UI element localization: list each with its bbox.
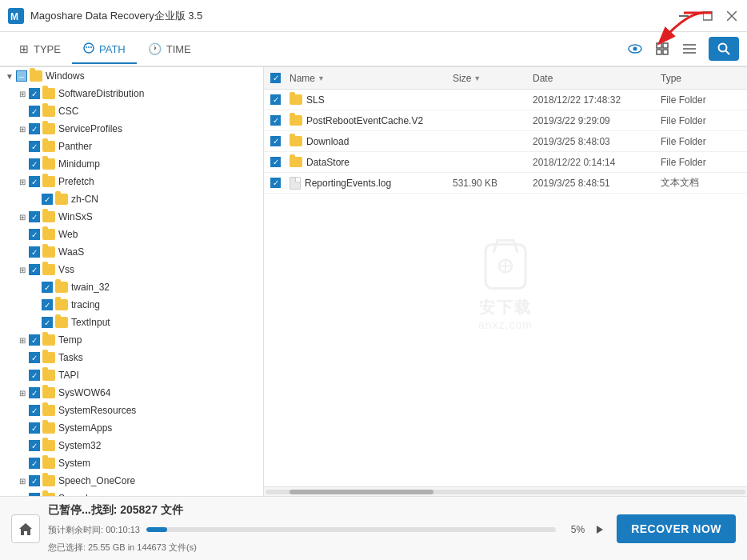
list-view-button[interactable] [678, 38, 701, 60]
tree-item-web[interactable]: ✓ Web [0, 226, 263, 243]
expand-icon[interactable]: ⊞ [16, 474, 29, 487]
tree-check[interactable]: ✓ [29, 246, 40, 258]
tree-item-waas[interactable]: ✓ WaaS [0, 243, 263, 261]
file-list-panel: ✓ Name ▼ Size ▼ Date Type ✓ [264, 67, 747, 496]
tree-check[interactable]: ✓ [42, 194, 53, 205]
tree-item-tasks[interactable]: ✓ Tasks [0, 349, 263, 366]
file-list-header: ✓ Name ▼ Size ▼ Date Type [264, 67, 747, 90]
expand-icon[interactable]: ⊞ [16, 122, 29, 135]
tree-item-systemresources[interactable]: ✓ SystemResources [0, 402, 263, 419]
expand-icon[interactable]: ⊞ [16, 87, 29, 100]
expand-icon[interactable]: ⊞ [16, 334, 29, 346]
maximize-button[interactable] [701, 9, 715, 23]
expand-icon[interactable]: ▼ [3, 70, 16, 82]
tree-check[interactable]: ✓ [42, 317, 53, 328]
horizontal-scrollbar[interactable] [264, 486, 747, 496]
tab-type[interactable]: ⊞ TYPE [8, 36, 72, 63]
file-row[interactable]: ✓ SLS 2018/12/22 17:48:32 File Folder [264, 90, 747, 110]
minimize-button[interactable] [677, 9, 691, 23]
tree-check[interactable]: ✓ [29, 458, 40, 469]
folder-icon [42, 176, 55, 187]
tree-check[interactable]: ✓ [29, 440, 40, 451]
eye-button[interactable] [624, 38, 646, 60]
tree-item-vss[interactable]: ⊞ ✓ Vss [0, 261, 263, 278]
tree-item-windows[interactable]: ▼ – Windows [0, 67, 263, 85]
tree-item-twain32[interactable]: ✓ twain_32 [0, 278, 263, 296]
tree-item-winsxs[interactable]: ⊞ ✓ WinSxS [0, 208, 263, 226]
tree-check[interactable]: ✓ [29, 229, 40, 240]
tree-check[interactable]: ✓ [42, 299, 53, 310]
expand-icon[interactable]: ⊞ [16, 263, 29, 276]
tree-item-systemapps[interactable]: ✓ SystemApps [0, 419, 263, 437]
tree-check[interactable]: ✓ [29, 264, 40, 275]
tree-check[interactable]: ✓ [42, 282, 53, 293]
tree-check[interactable]: ✓ [29, 211, 40, 222]
tree-check[interactable]: ✓ [29, 123, 40, 134]
expand-icon[interactable]: ⊞ [16, 386, 29, 399]
window-controls [677, 9, 739, 23]
scroll-thumb[interactable] [290, 490, 433, 494]
close-button[interactable] [725, 9, 739, 23]
header-check-box[interactable]: ✓ [270, 73, 281, 83]
header-type[interactable]: Type [661, 73, 741, 84]
search-button[interactable] [709, 37, 739, 61]
tree-check-windows[interactable]: – [16, 70, 27, 82]
tree-check[interactable]: ✓ [29, 422, 40, 434]
check-box[interactable]: ✓ [270, 157, 281, 167]
header-size[interactable]: Size ▼ [453, 73, 533, 84]
tree-item-panther[interactable]: ✓ Panther [0, 138, 263, 155]
row-check[interactable]: ✓ [270, 178, 290, 188]
tree-check[interactable]: ✓ [29, 475, 40, 486]
home-button[interactable] [11, 514, 40, 543]
file-row[interactable]: ✓ DataStore 2018/12/22 0:14:14 File Fold… [264, 152, 747, 173]
tree-item-syswow64[interactable]: ⊞ ✓ SysWOW64 [0, 384, 263, 402]
check-box[interactable]: ✓ [270, 178, 281, 188]
tab-time[interactable]: 🕐 TIME [137, 36, 202, 63]
tree-item-speech-onecore[interactable]: ⊞ ✓ Speech_OneCore [0, 472, 263, 490]
tab-path[interactable]: PATH [72, 36, 137, 64]
expand-icon[interactable]: ⊞ [16, 210, 29, 223]
check-box[interactable]: ✓ [270, 94, 281, 105]
tree-item-tapi[interactable]: ✓ TAPI [0, 366, 263, 384]
tree-check[interactable]: ✓ [29, 158, 40, 170]
tree-check[interactable]: ✓ [29, 370, 40, 381]
check-box[interactable]: ✓ [270, 136, 281, 146]
header-name[interactable]: Name ▼ [290, 73, 453, 84]
tree-check[interactable]: ✓ [29, 387, 40, 398]
header-check[interactable]: ✓ [270, 73, 290, 83]
expand-icon[interactable]: ⊞ [16, 175, 29, 188]
tree-item-temp[interactable]: ⊞ ✓ Temp [0, 331, 263, 349]
tree-item-softwaredist[interactable]: ⊞ ✓ SoftwareDistribution [0, 85, 263, 102]
recover-now-button[interactable]: RECOVER NOW [617, 514, 736, 543]
tree-item-system32[interactable]: ✓ System32 [0, 437, 263, 454]
tree-item-tracing[interactable]: ✓ tracing [0, 296, 263, 314]
row-check[interactable]: ✓ [270, 115, 290, 126]
row-check[interactable]: ✓ [270, 136, 290, 146]
check-box[interactable]: ✓ [270, 115, 281, 126]
tree-item-csc[interactable]: ✓ CSC [0, 102, 263, 120]
file-row[interactable]: ✓ PostRebootEventCache.V2 2019/3/22 9:29… [264, 110, 747, 131]
row-check[interactable]: ✓ [270, 94, 290, 105]
tree-check[interactable]: ✓ [29, 352, 40, 363]
tree-item-system[interactable]: ✓ System [0, 454, 263, 472]
tree-item-speech[interactable]: ⊞ ✓ Speech [0, 490, 263, 496]
tree-item-prefetch[interactable]: ⊞ ✓ Prefetch [0, 173, 263, 190]
tree-check[interactable]: ✓ [29, 334, 40, 346]
header-date[interactable]: Date [533, 73, 661, 84]
file-list: ✓ SLS 2018/12/22 17:48:32 File Folder ✓ … [264, 90, 747, 486]
tree-check[interactable]: ✓ [29, 88, 40, 99]
tree-check[interactable]: ✓ [29, 141, 40, 152]
file-row[interactable]: ✓ Download 2019/3/25 8:48:03 File Folder [264, 131, 747, 152]
tree-item-textinput[interactable]: ✓ TextInput [0, 314, 263, 331]
row-check[interactable]: ✓ [270, 157, 290, 167]
tree-check[interactable]: ✓ [29, 405, 40, 416]
tree-check[interactable]: ✓ [29, 106, 40, 117]
tree-item-minidump[interactable]: ✓ Minidump [0, 155, 263, 173]
svg-point-9 [90, 46, 92, 48]
pause-play-button[interactable] [591, 521, 609, 538]
tree-check[interactable]: ✓ [29, 176, 40, 187]
tree-item-serviceprofiles[interactable]: ⊞ ✓ ServiceProfiles [0, 120, 263, 138]
tree-item-zhcn[interactable]: ✓ zh-CN [0, 190, 263, 208]
file-row[interactable]: ✓ ReportingEvents.log 531.90 KB 2019/3/2… [264, 173, 747, 194]
grid-view-button[interactable] [651, 38, 673, 60]
